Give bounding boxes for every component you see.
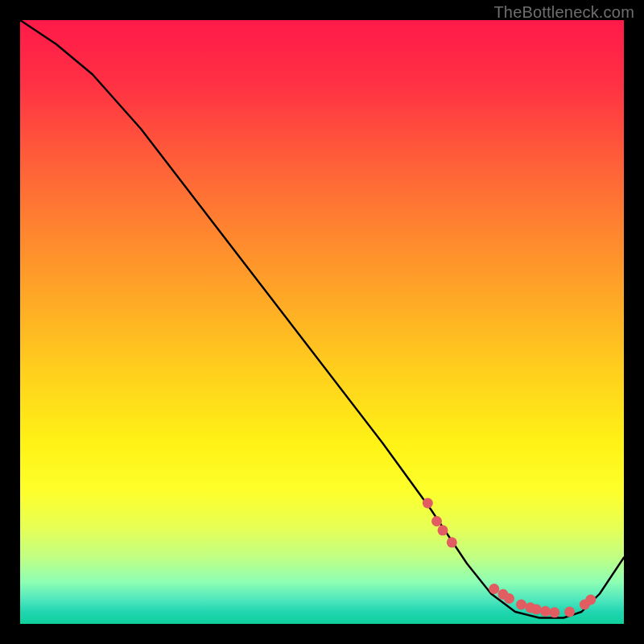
marker-dot (549, 607, 559, 617)
marker-dot (540, 606, 551, 617)
marker-dot (431, 516, 442, 526)
marker-dot (447, 537, 457, 547)
marker-dot (504, 593, 514, 604)
marker-dot (489, 584, 499, 594)
marker-dot (438, 525, 448, 535)
marker-dot (516, 600, 526, 610)
marker-group (423, 498, 597, 618)
marker-dot (585, 595, 596, 605)
plot-area (20, 20, 624, 624)
marker-dot (564, 607, 575, 617)
marker-dot (531, 605, 542, 615)
watermark-text: TheBottleneck.com (493, 3, 634, 22)
chart-svg (20, 20, 624, 624)
bottleneck-curve (20, 20, 624, 618)
chart-frame: TheBottleneck.com (0, 0, 644, 644)
marker-dot (423, 498, 433, 509)
